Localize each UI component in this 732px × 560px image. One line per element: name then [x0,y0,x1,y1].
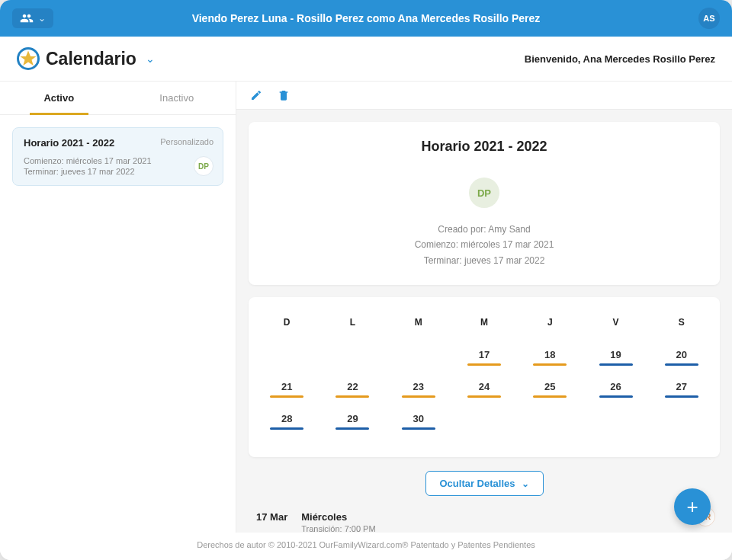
add-button[interactable]: + [674,488,711,525]
tab-active[interactable]: Activo [0,82,118,114]
tab-inactive[interactable]: Inactivo [118,82,236,114]
schedule-tabs: Activo Inactivo [0,82,236,115]
calendar-header: V [585,317,646,338]
calendar-header: M [454,317,515,338]
calendar-panel: DLMMJVS1718192021222324252627282930 [249,297,720,457]
people-icon [20,11,34,25]
day-detail-row: 17 Mar Miércoles Transición: 7:00 PM AR [249,507,720,533]
hide-details-button[interactable]: Ocultar Detalles ⌄ [425,471,544,496]
edit-icon[interactable] [250,89,262,101]
calendar-day[interactable]: 22 [322,375,383,402]
app-logo [17,47,40,70]
calendar-day[interactable]: 20 [651,343,712,370]
schedule-card[interactable]: Horario 2021 - 2022 Personalizado Comien… [12,127,223,186]
calendar-header: S [651,317,712,338]
chevron-down-icon: ⌄ [38,13,46,24]
footer-text: Derechos de autor © 2010-2021 OurFamilyW… [0,533,732,560]
calendar-day[interactable]: 29 [322,407,383,434]
calendar-day[interactable]: 19 [585,343,646,370]
day-date: 17 Mar [256,511,287,523]
detail-created-by: Creado por: Amy Sand [265,222,703,237]
detail-start: Comienzo: miércoles 17 mar 2021 [265,237,703,252]
hide-details-label: Ocultar Detalles [440,478,515,489]
welcome-text: Bienvenido, Ana Mercedes Rosillo Perez [525,53,715,65]
svg-marker-1 [21,51,37,66]
calendar-day[interactable]: 24 [454,375,515,402]
detail-end: Terminar: jueves 17 mar 2022 [265,253,703,268]
calendar-day[interactable]: 17 [454,343,515,370]
detail-title: Horario 2021 - 2022 [265,139,703,155]
schedule-card-end: Terminar: jueves 17 mar 2022 [24,167,212,176]
page-title-dropdown[interactable]: ⌄ [146,53,155,65]
calendar-header: L [322,317,383,338]
calendar-day[interactable]: 28 [256,407,317,434]
schedule-card-avatar: DP [194,156,214,176]
family-switcher[interactable]: ⌄ [12,8,53,28]
trash-icon[interactable] [278,89,290,101]
detail-avatar: DP [469,178,499,208]
calendar-header: M [388,317,449,338]
calendar-day[interactable]: 23 [388,375,449,402]
page-title: Calendario [46,49,136,69]
sub-header: Calendario ⌄ Bienvenido, Ana Mercedes Ro… [0,37,732,82]
calendar-day[interactable]: 21 [256,375,317,402]
schedule-card-badge: Personalizado [160,137,214,146]
calendar-day[interactable]: 26 [585,375,646,402]
detail-toolbar [236,82,732,110]
chevron-down-icon: ⌄ [522,478,529,489]
user-avatar-top[interactable]: AS [698,8,720,29]
calendar-header: J [519,317,580,338]
calendar-day[interactable]: 27 [651,375,712,402]
topbar-title: Viendo Perez Luna - Rosillo Perez como A… [0,12,732,24]
top-bar: ⌄ Viendo Perez Luna - Rosillo Perez como… [0,0,732,37]
calendar-day[interactable]: 30 [388,407,449,434]
calendar-day[interactable]: 25 [519,375,580,402]
calendar-header: D [256,317,317,338]
day-dow: Miércoles [301,511,375,523]
schedule-detail-panel: Horario 2021 - 2022 DP Creado por: Amy S… [249,122,720,285]
calendar-day[interactable]: 18 [519,343,580,370]
schedule-card-start: Comienzo: miércoles 17 mar 2021 [24,156,212,165]
